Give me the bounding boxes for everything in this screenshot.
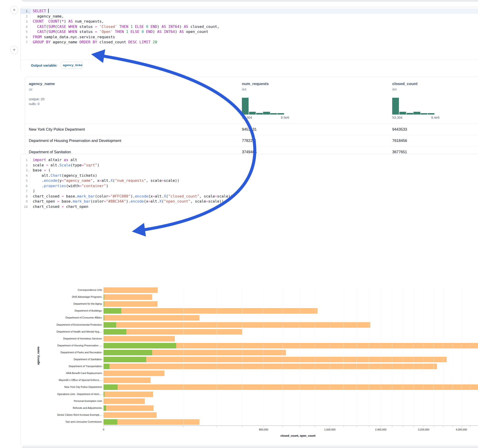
add-cell-button-top[interactable]: + (10, 6, 18, 14)
bar-open-count[interactable] (104, 301, 104, 307)
histogram-bin (413, 112, 420, 115)
chart-gridline-overlay (330, 287, 330, 425)
histogram-bin (242, 98, 249, 115)
x-axis-tick (392, 426, 392, 427)
chart-gridline-overlay (381, 287, 381, 425)
column-name: closed_count (392, 77, 461, 86)
code-line[interactable]: 7GROUP BY agency_name ORDER BY closed_co… (20, 40, 478, 45)
bar-open-count[interactable] (104, 392, 104, 397)
y-axis-tick (102, 422, 103, 422)
y-axis-label: Department of Health and Mental Hyg… (32, 330, 102, 333)
x-axis-tick-label: 2,400,000 (370, 428, 391, 431)
bar-closed-count[interactable] (104, 371, 164, 376)
x-axis-tick-label: 4,000,000 (451, 428, 472, 431)
bar-closed-count[interactable] (104, 398, 145, 404)
bar-closed-count[interactable] (104, 405, 154, 411)
y-axis-label: Department for the Aging (32, 302, 102, 305)
bar-closed-count[interactable] (104, 357, 447, 362)
previous-cell-edge (22, 0, 478, 2)
code-text: COUNT COUNT(*) AS num_requests, (31, 19, 104, 24)
y-axis-label: Taxi and Limousine Commission (32, 420, 102, 423)
y-axis-tick (102, 401, 103, 401)
line-number: 5 (20, 29, 31, 35)
bar-open-count[interactable] (104, 294, 104, 300)
chart-gridline-overlay (413, 287, 414, 425)
y-axis-tick (102, 360, 103, 360)
histogram-bin (407, 113, 413, 115)
y-axis-label: Operations Unit - Department of Hom… (32, 393, 102, 395)
notebook-page: + + 1⌄SELECT 2 agency_name,3COUNT COUNT(… (0, 0, 478, 448)
y-axis-label: Senior Citizen Rent Increase Exempti… (32, 413, 102, 416)
bar-closed-count[interactable] (104, 301, 157, 307)
code-line[interactable]: 3COUNT COUNT(*) AS num_requests, (20, 19, 478, 24)
bar-closed-count[interactable] (104, 308, 318, 314)
code-line[interactable]: 5 CAST(SUM(CASE WHEN status = 'Open' THE… (20, 29, 478, 35)
code-line[interactable]: 4 CAST(SUM(CASE WHEN status = 'Closed' T… (20, 24, 478, 30)
bar-closed-count[interactable] (104, 315, 200, 321)
histogram-bin (270, 113, 277, 115)
bar-closed-count[interactable] (104, 378, 151, 383)
add-cell-button-mid[interactable]: + (10, 46, 18, 54)
chart-gridline-overlay (315, 287, 315, 425)
bar-closed-count[interactable] (104, 294, 152, 300)
column-name: agency_name (29, 77, 98, 86)
x-axis-tick (357, 426, 357, 427)
bar-closed-count[interactable] (104, 287, 158, 293)
bar-open-count[interactable] (104, 315, 104, 321)
y-axis-label: HRA Benefit Card Replacement (32, 372, 102, 374)
bar-open-count[interactable] (104, 343, 176, 348)
bar-closed-count[interactable] (104, 384, 478, 390)
column-header-agency_name[interactable]: agency_namestrunique: 20nulls: 0 (29, 77, 98, 124)
line-number: 6 (20, 35, 31, 40)
y-axis-label: New York City Police Department (32, 386, 102, 388)
bar-closed-count[interactable] (104, 336, 175, 342)
bar-open-count[interactable] (104, 364, 110, 369)
fold-chevron-icon[interactable]: ⌄ (28, 9, 30, 14)
sql-code-editor[interactable]: 1⌄SELECT 2 agency_name,3COUNT COUNT(*) A… (20, 7, 478, 45)
column-histogram (242, 98, 284, 115)
bar-closed-count[interactable] (104, 419, 200, 425)
y-axis-tick (102, 380, 103, 380)
bar-closed-count[interactable] (104, 322, 370, 328)
histogram-bin (428, 113, 434, 115)
code-line[interactable]: 1⌄SELECT (20, 8, 478, 14)
y-axis-tick (102, 394, 103, 395)
x-axis-tick (315, 426, 315, 427)
code-line[interactable]: 2 agency_name, (20, 14, 478, 19)
bar-closed-count[interactable] (104, 412, 157, 418)
python-cell: 1import altair as alt2scale = alt.Scale(… (20, 154, 478, 445)
chart-gridline-overlay (357, 287, 357, 425)
bar-closed-count[interactable] (104, 392, 153, 397)
x-axis-tick (470, 426, 470, 427)
y-axis-tick (102, 415, 103, 415)
bar-open-count[interactable] (104, 384, 118, 390)
table-cell: 7782211 (242, 135, 256, 146)
code-line[interactable]: 6FROM sample_data.nyc.service_requests (20, 35, 478, 40)
line-number: 4 (20, 24, 31, 30)
chart-gridline-overlay (443, 287, 443, 425)
output-variable-pill[interactable]: agency_tickets (61, 62, 83, 69)
table-row[interactable]: Department of Housing Preservation and D… (25, 135, 478, 146)
bar-open-count[interactable] (104, 308, 121, 314)
y-axis-tick (102, 353, 103, 353)
column-header-num_requests[interactable]: num_requestsi6453,3049.5e6 (242, 77, 311, 124)
chart-gridline-overlay (424, 287, 424, 425)
bar-open-count[interactable] (104, 419, 117, 425)
chart-gridline-overlay (470, 287, 470, 425)
bar-closed-count[interactable] (104, 364, 437, 369)
histogram-bin (421, 113, 427, 115)
y-axis-label: Department of Parks and Recreation (32, 351, 102, 354)
x-axis-tick-label: 800,000 (253, 428, 274, 431)
table-row[interactable]: New York City Police Department945313194… (25, 124, 478, 135)
chart-gridline-overlay (344, 287, 344, 425)
bar-open-count[interactable] (104, 329, 126, 335)
bar-open-count[interactable] (104, 357, 146, 362)
chart-gridline-overlay (217, 287, 217, 425)
altair-chart: Correspondence UnitDHS Advantage Program… (20, 154, 478, 445)
bar-open-count[interactable] (104, 405, 106, 411)
bar-open-count[interactable] (104, 350, 152, 355)
x-axis-tick (434, 426, 434, 427)
bar-open-count[interactable] (104, 322, 116, 328)
column-header-closed_count[interactable]: closed_counti6453,3049.4e6 (392, 77, 461, 124)
x-axis-tick-label: 3,200,000 (413, 428, 434, 431)
